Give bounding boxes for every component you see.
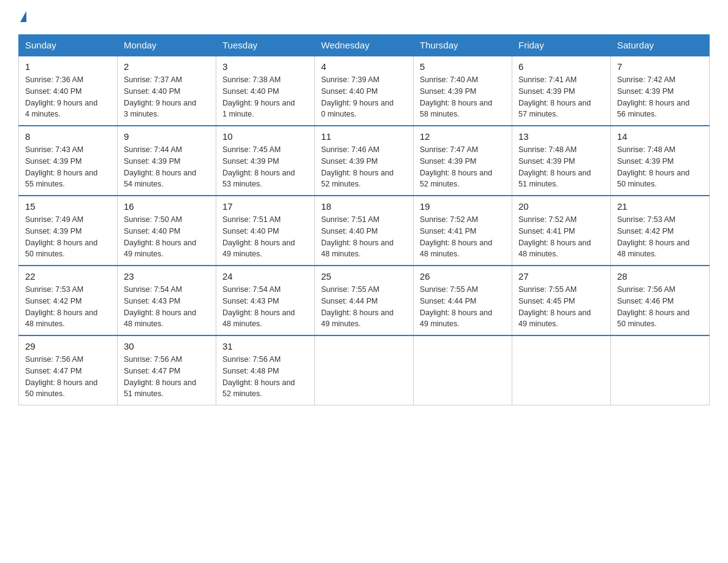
day-cell: 12 Sunrise: 7:47 AMSunset: 4:39 PMDaylig…: [414, 126, 512, 196]
day-info: Sunrise: 7:44 AMSunset: 4:39 PMDaylight:…: [124, 144, 210, 190]
day-number: 9: [124, 131, 210, 142]
day-cell: 5 Sunrise: 7:40 AMSunset: 4:39 PMDayligh…: [414, 56, 512, 126]
day-number: 6: [518, 61, 604, 72]
day-number: 15: [25, 201, 111, 212]
day-number: 2: [124, 61, 210, 72]
day-info: Sunrise: 7:42 AMSunset: 4:39 PMDaylight:…: [617, 74, 703, 120]
day-number: 23: [124, 271, 210, 282]
day-number: 3: [222, 61, 308, 72]
day-number: 17: [222, 201, 308, 212]
day-number: 8: [25, 131, 111, 142]
day-cell: 18 Sunrise: 7:51 AMSunset: 4:40 PMDaylig…: [315, 196, 414, 266]
day-cell: 22 Sunrise: 7:53 AMSunset: 4:42 PMDaylig…: [19, 266, 118, 335]
day-cell: 8 Sunrise: 7:43 AMSunset: 4:39 PMDayligh…: [19, 126, 118, 196]
day-number: 14: [617, 131, 703, 142]
week-row-2: 8 Sunrise: 7:43 AMSunset: 4:39 PMDayligh…: [19, 126, 710, 196]
day-info: Sunrise: 7:47 AMSunset: 4:39 PMDaylight:…: [420, 144, 506, 190]
day-number: 27: [518, 271, 604, 282]
day-info: Sunrise: 7:43 AMSunset: 4:39 PMDaylight:…: [25, 144, 111, 190]
day-number: 7: [617, 61, 703, 72]
day-info: Sunrise: 7:56 AMSunset: 4:48 PMDaylight:…: [222, 354, 308, 400]
day-cell: 19 Sunrise: 7:52 AMSunset: 4:41 PMDaylig…: [414, 196, 512, 266]
day-cell: 23 Sunrise: 7:54 AMSunset: 4:43 PMDaylig…: [118, 266, 216, 335]
day-cell: 4 Sunrise: 7:39 AMSunset: 4:40 PMDayligh…: [315, 56, 414, 126]
day-info: Sunrise: 7:53 AMSunset: 4:42 PMDaylight:…: [617, 214, 703, 260]
header-friday: Friday: [512, 35, 611, 56]
calendar-table: SundayMondayTuesdayWednesdayThursdayFrid…: [18, 34, 710, 405]
header-sunday: Sunday: [19, 35, 118, 56]
day-cell: 25 Sunrise: 7:55 AMSunset: 4:44 PMDaylig…: [315, 266, 414, 335]
day-info: Sunrise: 7:55 AMSunset: 4:44 PMDaylight:…: [420, 284, 506, 330]
day-number: 21: [617, 201, 703, 212]
day-number: 13: [518, 131, 604, 142]
day-cell: 17 Sunrise: 7:51 AMSunset: 4:40 PMDaylig…: [216, 196, 315, 266]
day-info: Sunrise: 7:48 AMSunset: 4:39 PMDaylight:…: [617, 144, 703, 190]
day-info: Sunrise: 7:54 AMSunset: 4:43 PMDaylight:…: [124, 284, 210, 330]
day-number: 29: [25, 341, 111, 351]
day-info: Sunrise: 7:56 AMSunset: 4:46 PMDaylight:…: [617, 284, 703, 330]
week-row-3: 15 Sunrise: 7:49 AMSunset: 4:39 PMDaylig…: [19, 196, 710, 266]
day-info: Sunrise: 7:46 AMSunset: 4:39 PMDaylight:…: [321, 144, 407, 190]
day-info: Sunrise: 7:51 AMSunset: 4:40 PMDaylight:…: [222, 214, 308, 260]
logo: [18, 12, 26, 23]
header-tuesday: Tuesday: [216, 35, 315, 56]
day-number: 24: [222, 271, 308, 282]
day-info: Sunrise: 7:37 AMSunset: 4:40 PMDaylight:…: [124, 74, 210, 120]
day-info: Sunrise: 7:50 AMSunset: 4:40 PMDaylight:…: [124, 214, 210, 260]
day-number: 19: [420, 201, 506, 212]
day-cell: [315, 335, 414, 405]
day-cell: [414, 335, 512, 405]
day-number: 26: [420, 271, 506, 282]
day-info: Sunrise: 7:38 AMSunset: 4:40 PMDaylight:…: [222, 74, 308, 120]
day-cell: 31 Sunrise: 7:56 AMSunset: 4:48 PMDaylig…: [216, 335, 315, 405]
day-info: Sunrise: 7:55 AMSunset: 4:45 PMDaylight:…: [518, 284, 604, 330]
day-info: Sunrise: 7:41 AMSunset: 4:39 PMDaylight:…: [518, 74, 604, 120]
day-info: Sunrise: 7:53 AMSunset: 4:42 PMDaylight:…: [25, 284, 111, 330]
header-row: SundayMondayTuesdayWednesdayThursdayFrid…: [19, 35, 710, 56]
day-number: 16: [124, 201, 210, 212]
day-cell: [611, 335, 710, 405]
day-number: 25: [321, 271, 407, 282]
day-info: Sunrise: 7:49 AMSunset: 4:39 PMDaylight:…: [25, 214, 111, 260]
day-info: Sunrise: 7:55 AMSunset: 4:44 PMDaylight:…: [321, 284, 407, 330]
page-header: [18, 12, 710, 23]
day-cell: [512, 335, 611, 405]
day-cell: 13 Sunrise: 7:48 AMSunset: 4:39 PMDaylig…: [512, 126, 611, 196]
day-cell: 2 Sunrise: 7:37 AMSunset: 4:40 PMDayligh…: [118, 56, 216, 126]
day-number: 28: [617, 271, 703, 282]
day-number: 4: [321, 61, 407, 72]
day-cell: 6 Sunrise: 7:41 AMSunset: 4:39 PMDayligh…: [512, 56, 611, 126]
day-info: Sunrise: 7:45 AMSunset: 4:39 PMDaylight:…: [222, 144, 308, 190]
header-monday: Monday: [118, 35, 216, 56]
day-info: Sunrise: 7:48 AMSunset: 4:39 PMDaylight:…: [518, 144, 604, 190]
day-info: Sunrise: 7:52 AMSunset: 4:41 PMDaylight:…: [518, 214, 604, 260]
header-saturday: Saturday: [611, 35, 710, 56]
day-cell: 9 Sunrise: 7:44 AMSunset: 4:39 PMDayligh…: [118, 126, 216, 196]
day-cell: 30 Sunrise: 7:56 AMSunset: 4:47 PMDaylig…: [118, 335, 216, 405]
day-cell: 27 Sunrise: 7:55 AMSunset: 4:45 PMDaylig…: [512, 266, 611, 335]
header-thursday: Thursday: [414, 35, 512, 56]
day-cell: 28 Sunrise: 7:56 AMSunset: 4:46 PMDaylig…: [611, 266, 710, 335]
day-cell: 11 Sunrise: 7:46 AMSunset: 4:39 PMDaylig…: [315, 126, 414, 196]
day-info: Sunrise: 7:54 AMSunset: 4:43 PMDaylight:…: [222, 284, 308, 330]
day-cell: 10 Sunrise: 7:45 AMSunset: 4:39 PMDaylig…: [216, 126, 315, 196]
day-number: 31: [222, 341, 308, 351]
header-wednesday: Wednesday: [315, 35, 414, 56]
day-info: Sunrise: 7:40 AMSunset: 4:39 PMDaylight:…: [420, 74, 506, 120]
day-cell: 24 Sunrise: 7:54 AMSunset: 4:43 PMDaylig…: [216, 266, 315, 335]
day-cell: 3 Sunrise: 7:38 AMSunset: 4:40 PMDayligh…: [216, 56, 315, 126]
week-row-5: 29 Sunrise: 7:56 AMSunset: 4:47 PMDaylig…: [19, 335, 710, 405]
day-cell: 16 Sunrise: 7:50 AMSunset: 4:40 PMDaylig…: [118, 196, 216, 266]
day-info: Sunrise: 7:51 AMSunset: 4:40 PMDaylight:…: [321, 214, 407, 260]
day-number: 22: [25, 271, 111, 282]
day-cell: 26 Sunrise: 7:55 AMSunset: 4:44 PMDaylig…: [414, 266, 512, 335]
day-cell: 1 Sunrise: 7:36 AMSunset: 4:40 PMDayligh…: [19, 56, 118, 126]
day-info: Sunrise: 7:56 AMSunset: 4:47 PMDaylight:…: [25, 354, 111, 400]
day-number: 12: [420, 131, 506, 142]
day-cell: 15 Sunrise: 7:49 AMSunset: 4:39 PMDaylig…: [19, 196, 118, 266]
day-info: Sunrise: 7:39 AMSunset: 4:40 PMDaylight:…: [321, 74, 407, 120]
day-number: 30: [124, 341, 210, 351]
day-cell: 21 Sunrise: 7:53 AMSunset: 4:42 PMDaylig…: [611, 196, 710, 266]
day-number: 18: [321, 201, 407, 212]
day-info: Sunrise: 7:36 AMSunset: 4:40 PMDaylight:…: [25, 74, 111, 120]
